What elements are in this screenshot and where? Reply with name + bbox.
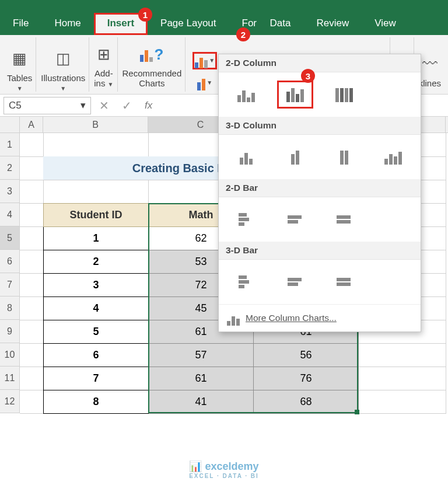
- row-headers: 1 2 3 4 5 6 7 8 9 10 11 12: [0, 133, 20, 414]
- chart-3d-column[interactable]: [375, 143, 411, 171]
- row-header-8[interactable]: 8: [0, 296, 20, 320]
- row-header-4[interactable]: 4: [0, 203, 20, 226]
- chart-3d-stacked-column[interactable]: [277, 143, 313, 171]
- name-box-value: C5: [9, 100, 22, 111]
- table-row[interactable]: 6: [44, 344, 149, 367]
- row-header-10[interactable]: 10: [0, 343, 20, 367]
- row-header-12[interactable]: 12: [0, 390, 20, 413]
- chart-100pct-stacked-column[interactable]: [326, 81, 362, 109]
- enter-icon[interactable]: ✓: [122, 99, 132, 113]
- chart-100pct-stacked-bar[interactable]: [326, 205, 362, 233]
- row-header-11[interactable]: 11: [0, 367, 20, 390]
- chart-3d-100pct-stacked-column[interactable]: [326, 143, 362, 171]
- more-column-charts[interactable]: More Column Charts...: [219, 304, 421, 332]
- tab-review[interactable]: Review: [303, 13, 362, 35]
- row-header-1[interactable]: 1: [0, 133, 20, 156]
- section-3d-bar: 3-D Bar: [219, 242, 421, 260]
- chevron-down-icon: ▼: [17, 85, 23, 92]
- cell[interactable]: 41: [149, 390, 254, 414]
- table-row[interactable]: 8: [44, 390, 149, 414]
- chart-3d-clustered-bar[interactable]: [228, 268, 264, 296]
- tab-view[interactable]: View: [362, 13, 409, 35]
- callout-badge-1: 1: [138, 8, 152, 22]
- callout-badge-2: 2: [236, 27, 250, 41]
- row-header-2[interactable]: 2: [0, 156, 20, 180]
- bar-chart-icon: [227, 310, 240, 326]
- insert-combo-chart-button[interactable]: ▼: [192, 74, 217, 92]
- table-row[interactable]: 3: [44, 274, 149, 297]
- illustrations-icon: ◫: [56, 46, 71, 72]
- group-tables-label: Tables: [7, 74, 32, 83]
- table-row[interactable]: 7: [44, 367, 149, 390]
- watermark: 📊 exceldemy EXCEL · DATA · BI: [189, 460, 259, 479]
- callout-badge-3: 3: [301, 69, 315, 83]
- tab-data[interactable]: Data: [257, 13, 304, 35]
- chart-clustered-bar[interactable]: [228, 205, 264, 233]
- insert-column-chart-dropdown: 2-D Column 3-D Column 2-D Bar 3-D Bar Mo…: [218, 54, 421, 332]
- chevron-down-icon[interactable]: ▾: [80, 99, 86, 111]
- chart-3d-stacked-bar[interactable]: [277, 268, 313, 296]
- cell[interactable]: 68: [254, 390, 359, 414]
- chart-clustered-column[interactable]: [228, 81, 264, 109]
- row-header-7[interactable]: 7: [0, 273, 20, 296]
- group-addins[interactable]: ⊞ Add-ins ▼: [90, 37, 117, 92]
- name-box[interactable]: C5 ▾: [4, 97, 91, 114]
- select-all-corner[interactable]: [0, 117, 20, 132]
- tab-page-layout[interactable]: Page Layout: [148, 13, 229, 35]
- title-bar: [0, 0, 448, 13]
- table-row[interactable]: 5: [44, 320, 149, 344]
- group-recommended-charts-label: RecommendedCharts: [123, 69, 182, 88]
- chevron-down-icon: ▼: [60, 85, 66, 92]
- cell[interactable]: 61: [149, 367, 254, 390]
- table-row[interactable]: 2: [44, 250, 149, 274]
- insert-column-chart-button[interactable]: ▼: [192, 52, 217, 69]
- watermark-brand: exceldemy: [205, 460, 258, 472]
- table-header-id[interactable]: Student ID: [44, 204, 149, 227]
- addins-icon: ⊞: [97, 41, 110, 68]
- chart-stacked-column[interactable]: [277, 81, 313, 109]
- tab-home[interactable]: Home: [41, 13, 93, 35]
- table-icon: ▦: [12, 46, 27, 72]
- chart-stacked-bar[interactable]: [277, 205, 313, 233]
- charts-button-row-2: ▼: [190, 69, 219, 92]
- section-2d-column: 2-D Column: [219, 54, 421, 72]
- watermark-tagline: EXCEL · DATA · BI: [189, 473, 259, 479]
- cell[interactable]: 57: [149, 344, 254, 367]
- col-header-A[interactable]: A: [20, 117, 43, 132]
- row-header-5[interactable]: 5: [0, 226, 20, 250]
- tab-file[interactable]: File: [0, 13, 41, 35]
- section-3d-column: 3-D Column: [219, 117, 421, 135]
- table-row[interactable]: 4: [44, 297, 149, 320]
- table-row[interactable]: 1: [44, 227, 149, 250]
- group-illustrations-label: Illustrations: [41, 74, 85, 83]
- row-header-6[interactable]: 6: [0, 250, 20, 273]
- fx-icon[interactable]: fx: [145, 100, 152, 111]
- cell[interactable]: 56: [254, 344, 359, 367]
- group-addins-label: Add-ins ▼: [94, 69, 113, 88]
- row-header-3[interactable]: 3: [0, 180, 20, 203]
- col-header-B[interactable]: B: [43, 117, 148, 132]
- more-column-charts-label: More Column Charts...: [246, 313, 337, 323]
- chart-3d-100pct-stacked-bar[interactable]: [326, 268, 362, 296]
- section-2d-bar: 2-D Bar: [219, 179, 421, 197]
- group-tables[interactable]: ▦ Tables ▼: [4, 37, 36, 92]
- ribbon-tabs: File Home Insert Page Layout Formulas Da…: [0, 13, 448, 35]
- group-sparklines-label: klines: [419, 79, 441, 89]
- group-illustrations[interactable]: ◫ Illustrations ▼: [37, 37, 89, 92]
- group-recommended-charts[interactable]: ? RecommendedCharts: [119, 37, 186, 92]
- cancel-icon[interactable]: ✕: [99, 99, 109, 113]
- sparkline-icon: 〰: [422, 51, 438, 78]
- chart-3d-clustered-column[interactable]: [228, 143, 264, 171]
- recommended-charts-icon: ?: [140, 41, 163, 68]
- cell[interactable]: 76: [254, 367, 359, 390]
- row-header-9[interactable]: 9: [0, 320, 20, 343]
